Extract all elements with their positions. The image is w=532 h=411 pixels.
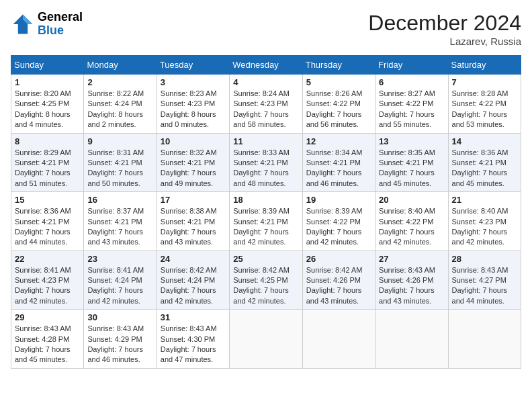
day-info: Sunrise: 8:31 AM Sunset: 4:21 PM Dayligh… (87, 148, 152, 189)
day-info: Sunrise: 8:22 AM Sunset: 4:24 PM Dayligh… (87, 89, 152, 130)
day-info: Sunrise: 8:24 AM Sunset: 4:23 PM Dayligh… (233, 89, 298, 130)
day-info: Sunrise: 8:20 AM Sunset: 4:25 PM Dayligh… (15, 89, 80, 130)
day-info: Sunrise: 8:39 AM Sunset: 4:22 PM Dayligh… (306, 206, 371, 248)
logo-general: General (38, 11, 83, 24)
day-info: Sunrise: 8:42 AM Sunset: 4:26 PM Dayligh… (306, 265, 371, 307)
day-number: 20 (379, 195, 444, 205)
week-row-1: 1Sunrise: 8:20 AM Sunset: 4:25 PM Daylig… (11, 75, 521, 134)
day-cell: 8Sunrise: 8:29 AM Sunset: 4:21 PM Daylig… (11, 133, 84, 192)
logo-blue: Blue (38, 24, 83, 38)
day-cell: 27Sunrise: 8:43 AM Sunset: 4:26 PM Dayli… (375, 250, 448, 310)
day-cell: 15Sunrise: 8:36 AM Sunset: 4:21 PM Dayli… (11, 192, 84, 251)
day-number: 21 (452, 195, 517, 205)
day-number: 18 (233, 195, 298, 205)
day-number: 31 (161, 312, 226, 322)
day-cell: 14Sunrise: 8:36 AM Sunset: 4:21 PM Dayli… (448, 133, 521, 192)
day-info: Sunrise: 8:37 AM Sunset: 4:21 PM Dayligh… (87, 206, 152, 248)
day-number: 19 (306, 195, 371, 205)
day-cell: 25Sunrise: 8:42 AM Sunset: 4:25 PM Dayli… (230, 250, 302, 310)
day-number: 10 (161, 136, 226, 146)
page-header: General Blue December 2024 Lazarev, Russ… (11, 11, 521, 47)
day-number: 11 (233, 136, 298, 146)
day-cell: 7Sunrise: 8:28 AM Sunset: 4:22 PM Daylig… (448, 75, 521, 134)
day-cell: 13Sunrise: 8:35 AM Sunset: 4:21 PM Dayli… (375, 133, 448, 192)
day-info: Sunrise: 8:40 AM Sunset: 4:23 PM Dayligh… (452, 206, 517, 248)
day-number: 22 (15, 254, 80, 264)
day-cell: 11Sunrise: 8:33 AM Sunset: 4:21 PM Dayli… (230, 133, 302, 192)
day-cell: 26Sunrise: 8:42 AM Sunset: 4:26 PM Dayli… (302, 250, 375, 310)
day-cell: 22Sunrise: 8:41 AM Sunset: 4:23 PM Dayli… (11, 250, 84, 310)
day-cell: 28Sunrise: 8:43 AM Sunset: 4:27 PM Dayli… (448, 250, 521, 310)
calendar-table: SundayMondayTuesdayWednesdayThursdayFrid… (11, 55, 521, 369)
day-cell: 2Sunrise: 8:22 AM Sunset: 4:24 PM Daylig… (84, 75, 157, 134)
week-row-3: 15Sunrise: 8:36 AM Sunset: 4:21 PM Dayli… (11, 192, 521, 251)
day-cell: 3Sunrise: 8:23 AM Sunset: 4:23 PM Daylig… (157, 75, 229, 134)
day-info: Sunrise: 8:33 AM Sunset: 4:21 PM Dayligh… (233, 148, 298, 189)
day-cell: 6Sunrise: 8:27 AM Sunset: 4:22 PM Daylig… (375, 75, 448, 134)
day-cell: 24Sunrise: 8:42 AM Sunset: 4:24 PM Dayli… (157, 250, 229, 310)
weekday-saturday: Saturday (448, 56, 521, 75)
day-cell: 17Sunrise: 8:38 AM Sunset: 4:21 PM Dayli… (157, 192, 229, 251)
day-number: 3 (161, 77, 226, 87)
day-number: 23 (87, 254, 152, 264)
day-number: 24 (161, 254, 226, 264)
day-number: 29 (15, 312, 80, 322)
day-info: Sunrise: 8:38 AM Sunset: 4:21 PM Dayligh… (161, 206, 226, 248)
day-info: Sunrise: 8:36 AM Sunset: 4:21 PM Dayligh… (452, 148, 517, 189)
day-number: 30 (87, 312, 152, 322)
weekday-tuesday: Tuesday (157, 56, 229, 75)
day-info: Sunrise: 8:29 AM Sunset: 4:21 PM Dayligh… (15, 148, 80, 189)
day-cell: 21Sunrise: 8:40 AM Sunset: 4:23 PM Dayli… (448, 192, 521, 251)
day-cell (302, 310, 375, 369)
day-cell: 31Sunrise: 8:43 AM Sunset: 4:30 PM Dayli… (157, 310, 229, 369)
day-info: Sunrise: 8:27 AM Sunset: 4:22 PM Dayligh… (379, 89, 444, 130)
day-cell (448, 310, 521, 369)
logo: General Blue (11, 11, 83, 38)
day-number: 15 (15, 195, 80, 205)
day-number: 14 (452, 136, 517, 146)
day-info: Sunrise: 8:42 AM Sunset: 4:24 PM Dayligh… (161, 265, 226, 307)
day-number: 6 (379, 77, 444, 87)
day-number: 7 (452, 77, 517, 87)
logo-icon (11, 12, 35, 36)
title-block: December 2024 Lazarev, Russia (368, 11, 521, 47)
calendar-body: 1Sunrise: 8:20 AM Sunset: 4:25 PM Daylig… (11, 75, 521, 369)
day-info: Sunrise: 8:43 AM Sunset: 4:27 PM Dayligh… (452, 265, 517, 307)
day-info: Sunrise: 8:26 AM Sunset: 4:22 PM Dayligh… (306, 89, 371, 130)
location: Lazarev, Russia (368, 36, 521, 47)
day-cell: 30Sunrise: 8:43 AM Sunset: 4:29 PM Dayli… (84, 310, 157, 369)
day-cell: 1Sunrise: 8:20 AM Sunset: 4:25 PM Daylig… (11, 75, 84, 134)
day-info: Sunrise: 8:35 AM Sunset: 4:21 PM Dayligh… (379, 148, 444, 189)
weekday-monday: Monday (84, 56, 157, 75)
day-cell: 9Sunrise: 8:31 AM Sunset: 4:21 PM Daylig… (84, 133, 157, 192)
day-number: 8 (15, 136, 80, 146)
day-cell: 23Sunrise: 8:41 AM Sunset: 4:24 PM Dayli… (84, 250, 157, 310)
day-number: 17 (161, 195, 226, 205)
day-info: Sunrise: 8:40 AM Sunset: 4:22 PM Dayligh… (379, 206, 444, 248)
weekday-friday: Friday (375, 56, 448, 75)
day-info: Sunrise: 8:43 AM Sunset: 4:29 PM Dayligh… (87, 324, 152, 365)
day-info: Sunrise: 8:28 AM Sunset: 4:22 PM Dayligh… (452, 89, 517, 130)
weekday-wednesday: Wednesday (230, 56, 302, 75)
day-info: Sunrise: 8:43 AM Sunset: 4:28 PM Dayligh… (15, 324, 80, 365)
day-cell: 5Sunrise: 8:26 AM Sunset: 4:22 PM Daylig… (302, 75, 375, 134)
day-cell (375, 310, 448, 369)
day-info: Sunrise: 8:42 AM Sunset: 4:25 PM Dayligh… (233, 265, 298, 307)
day-info: Sunrise: 8:32 AM Sunset: 4:21 PM Dayligh… (161, 148, 226, 189)
day-number: 26 (306, 254, 371, 264)
logo-text: General Blue (38, 11, 83, 38)
day-number: 28 (452, 254, 517, 264)
day-number: 9 (87, 136, 152, 146)
day-info: Sunrise: 8:36 AM Sunset: 4:21 PM Dayligh… (15, 206, 80, 248)
day-cell: 29Sunrise: 8:43 AM Sunset: 4:28 PM Dayli… (11, 310, 84, 369)
day-info: Sunrise: 8:41 AM Sunset: 4:24 PM Dayligh… (87, 265, 152, 307)
day-cell: 16Sunrise: 8:37 AM Sunset: 4:21 PM Dayli… (84, 192, 157, 251)
day-number: 25 (233, 254, 298, 264)
weekday-header-row: SundayMondayTuesdayWednesdayThursdayFrid… (11, 56, 521, 75)
day-number: 27 (379, 254, 444, 264)
day-number: 5 (306, 77, 371, 87)
day-cell: 10Sunrise: 8:32 AM Sunset: 4:21 PM Dayli… (157, 133, 229, 192)
day-cell: 19Sunrise: 8:39 AM Sunset: 4:22 PM Dayli… (302, 192, 375, 251)
day-info: Sunrise: 8:34 AM Sunset: 4:21 PM Dayligh… (306, 148, 371, 189)
day-cell: 4Sunrise: 8:24 AM Sunset: 4:23 PM Daylig… (230, 75, 302, 134)
